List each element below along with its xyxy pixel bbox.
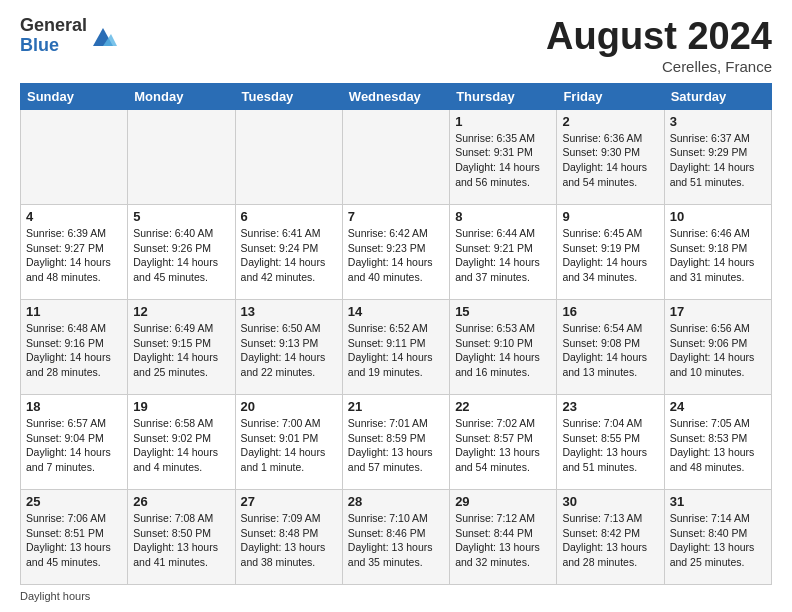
- day-number-22: 22: [455, 399, 551, 414]
- day-info-16: Sunrise: 6:54 AM Sunset: 9:08 PM Dayligh…: [562, 321, 658, 380]
- calendar-cell-2-1: 12Sunrise: 6:49 AM Sunset: 9:15 PM Dayli…: [128, 299, 235, 394]
- location: Cerelles, France: [546, 58, 772, 75]
- day-info-7: Sunrise: 6:42 AM Sunset: 9:23 PM Dayligh…: [348, 226, 444, 285]
- day-number-28: 28: [348, 494, 444, 509]
- col-sunday: Sunday: [21, 83, 128, 109]
- day-info-26: Sunrise: 7:08 AM Sunset: 8:50 PM Dayligh…: [133, 511, 229, 570]
- day-info-10: Sunrise: 6:46 AM Sunset: 9:18 PM Dayligh…: [670, 226, 766, 285]
- col-tuesday: Tuesday: [235, 83, 342, 109]
- day-info-28: Sunrise: 7:10 AM Sunset: 8:46 PM Dayligh…: [348, 511, 444, 570]
- calendar-cell-4-5: 30Sunrise: 7:13 AM Sunset: 8:42 PM Dayli…: [557, 489, 664, 584]
- day-number-14: 14: [348, 304, 444, 319]
- calendar-cell-0-5: 2Sunrise: 6:36 AM Sunset: 9:30 PM Daylig…: [557, 109, 664, 204]
- calendar-cell-3-3: 21Sunrise: 7:01 AM Sunset: 8:59 PM Dayli…: [342, 394, 449, 489]
- week-row-3: 11Sunrise: 6:48 AM Sunset: 9:16 PM Dayli…: [21, 299, 772, 394]
- footer: Daylight hours: [20, 590, 772, 602]
- day-number-15: 15: [455, 304, 551, 319]
- calendar-cell-1-0: 4Sunrise: 6:39 AM Sunset: 9:27 PM Daylig…: [21, 204, 128, 299]
- day-info-8: Sunrise: 6:44 AM Sunset: 9:21 PM Dayligh…: [455, 226, 551, 285]
- calendar-cell-0-2: [235, 109, 342, 204]
- title-section: August 2024 Cerelles, France: [546, 16, 772, 75]
- day-number-31: 31: [670, 494, 766, 509]
- calendar-cell-1-6: 10Sunrise: 6:46 AM Sunset: 9:18 PM Dayli…: [664, 204, 771, 299]
- calendar-cell-4-3: 28Sunrise: 7:10 AM Sunset: 8:46 PM Dayli…: [342, 489, 449, 584]
- calendar-table: Sunday Monday Tuesday Wednesday Thursday…: [20, 83, 772, 585]
- calendar-cell-2-6: 17Sunrise: 6:56 AM Sunset: 9:06 PM Dayli…: [664, 299, 771, 394]
- day-number-10: 10: [670, 209, 766, 224]
- calendar-cell-3-4: 22Sunrise: 7:02 AM Sunset: 8:57 PM Dayli…: [450, 394, 557, 489]
- calendar-header-row: Sunday Monday Tuesday Wednesday Thursday…: [21, 83, 772, 109]
- calendar-cell-0-6: 3Sunrise: 6:37 AM Sunset: 9:29 PM Daylig…: [664, 109, 771, 204]
- calendar-cell-4-1: 26Sunrise: 7:08 AM Sunset: 8:50 PM Dayli…: [128, 489, 235, 584]
- col-thursday: Thursday: [450, 83, 557, 109]
- day-info-11: Sunrise: 6:48 AM Sunset: 9:16 PM Dayligh…: [26, 321, 122, 380]
- day-info-4: Sunrise: 6:39 AM Sunset: 9:27 PM Dayligh…: [26, 226, 122, 285]
- day-info-31: Sunrise: 7:14 AM Sunset: 8:40 PM Dayligh…: [670, 511, 766, 570]
- day-number-11: 11: [26, 304, 122, 319]
- day-number-1: 1: [455, 114, 551, 129]
- logo-general: General: [20, 15, 87, 35]
- calendar-cell-2-5: 16Sunrise: 6:54 AM Sunset: 9:08 PM Dayli…: [557, 299, 664, 394]
- calendar-cell-0-1: [128, 109, 235, 204]
- week-row-2: 4Sunrise: 6:39 AM Sunset: 9:27 PM Daylig…: [21, 204, 772, 299]
- day-info-27: Sunrise: 7:09 AM Sunset: 8:48 PM Dayligh…: [241, 511, 337, 570]
- page: General Blue August 2024 Cerelles, Franc…: [0, 0, 792, 612]
- calendar-cell-0-3: [342, 109, 449, 204]
- calendar-cell-1-3: 7Sunrise: 6:42 AM Sunset: 9:23 PM Daylig…: [342, 204, 449, 299]
- logo-text: General Blue: [20, 16, 87, 56]
- day-number-12: 12: [133, 304, 229, 319]
- day-number-7: 7: [348, 209, 444, 224]
- logo-blue: Blue: [20, 35, 59, 55]
- day-number-23: 23: [562, 399, 658, 414]
- calendar-cell-4-2: 27Sunrise: 7:09 AM Sunset: 8:48 PM Dayli…: [235, 489, 342, 584]
- day-number-25: 25: [26, 494, 122, 509]
- day-number-6: 6: [241, 209, 337, 224]
- day-number-2: 2: [562, 114, 658, 129]
- day-info-5: Sunrise: 6:40 AM Sunset: 9:26 PM Dayligh…: [133, 226, 229, 285]
- day-number-16: 16: [562, 304, 658, 319]
- calendar-cell-0-4: 1Sunrise: 6:35 AM Sunset: 9:31 PM Daylig…: [450, 109, 557, 204]
- day-number-13: 13: [241, 304, 337, 319]
- calendar-cell-3-0: 18Sunrise: 6:57 AM Sunset: 9:04 PM Dayli…: [21, 394, 128, 489]
- day-number-4: 4: [26, 209, 122, 224]
- day-info-12: Sunrise: 6:49 AM Sunset: 9:15 PM Dayligh…: [133, 321, 229, 380]
- calendar-cell-3-6: 24Sunrise: 7:05 AM Sunset: 8:53 PM Dayli…: [664, 394, 771, 489]
- calendar-cell-0-0: [21, 109, 128, 204]
- week-row-1: 1Sunrise: 6:35 AM Sunset: 9:31 PM Daylig…: [21, 109, 772, 204]
- day-info-17: Sunrise: 6:56 AM Sunset: 9:06 PM Dayligh…: [670, 321, 766, 380]
- day-info-14: Sunrise: 6:52 AM Sunset: 9:11 PM Dayligh…: [348, 321, 444, 380]
- day-info-29: Sunrise: 7:12 AM Sunset: 8:44 PM Dayligh…: [455, 511, 551, 570]
- calendar-cell-4-4: 29Sunrise: 7:12 AM Sunset: 8:44 PM Dayli…: [450, 489, 557, 584]
- calendar-cell-3-1: 19Sunrise: 6:58 AM Sunset: 9:02 PM Dayli…: [128, 394, 235, 489]
- calendar-cell-1-4: 8Sunrise: 6:44 AM Sunset: 9:21 PM Daylig…: [450, 204, 557, 299]
- day-number-21: 21: [348, 399, 444, 414]
- day-info-19: Sunrise: 6:58 AM Sunset: 9:02 PM Dayligh…: [133, 416, 229, 475]
- calendar-cell-2-3: 14Sunrise: 6:52 AM Sunset: 9:11 PM Dayli…: [342, 299, 449, 394]
- calendar-cell-4-6: 31Sunrise: 7:14 AM Sunset: 8:40 PM Dayli…: [664, 489, 771, 584]
- calendar-cell-2-0: 11Sunrise: 6:48 AM Sunset: 9:16 PM Dayli…: [21, 299, 128, 394]
- calendar-cell-3-5: 23Sunrise: 7:04 AM Sunset: 8:55 PM Dayli…: [557, 394, 664, 489]
- day-number-9: 9: [562, 209, 658, 224]
- calendar-cell-1-5: 9Sunrise: 6:45 AM Sunset: 9:19 PM Daylig…: [557, 204, 664, 299]
- day-info-15: Sunrise: 6:53 AM Sunset: 9:10 PM Dayligh…: [455, 321, 551, 380]
- week-row-5: 25Sunrise: 7:06 AM Sunset: 8:51 PM Dayli…: [21, 489, 772, 584]
- day-number-19: 19: [133, 399, 229, 414]
- day-info-21: Sunrise: 7:01 AM Sunset: 8:59 PM Dayligh…: [348, 416, 444, 475]
- day-info-9: Sunrise: 6:45 AM Sunset: 9:19 PM Dayligh…: [562, 226, 658, 285]
- day-number-17: 17: [670, 304, 766, 319]
- day-info-22: Sunrise: 7:02 AM Sunset: 8:57 PM Dayligh…: [455, 416, 551, 475]
- col-monday: Monday: [128, 83, 235, 109]
- logo: General Blue: [20, 16, 117, 56]
- header: General Blue August 2024 Cerelles, Franc…: [20, 16, 772, 75]
- calendar-cell-4-0: 25Sunrise: 7:06 AM Sunset: 8:51 PM Dayli…: [21, 489, 128, 584]
- day-number-26: 26: [133, 494, 229, 509]
- day-number-3: 3: [670, 114, 766, 129]
- day-info-20: Sunrise: 7:00 AM Sunset: 9:01 PM Dayligh…: [241, 416, 337, 475]
- day-info-30: Sunrise: 7:13 AM Sunset: 8:42 PM Dayligh…: [562, 511, 658, 570]
- col-wednesday: Wednesday: [342, 83, 449, 109]
- daylight-label: Daylight hours: [20, 590, 90, 602]
- calendar-cell-3-2: 20Sunrise: 7:00 AM Sunset: 9:01 PM Dayli…: [235, 394, 342, 489]
- calendar-cell-1-1: 5Sunrise: 6:40 AM Sunset: 9:26 PM Daylig…: [128, 204, 235, 299]
- day-number-8: 8: [455, 209, 551, 224]
- day-number-27: 27: [241, 494, 337, 509]
